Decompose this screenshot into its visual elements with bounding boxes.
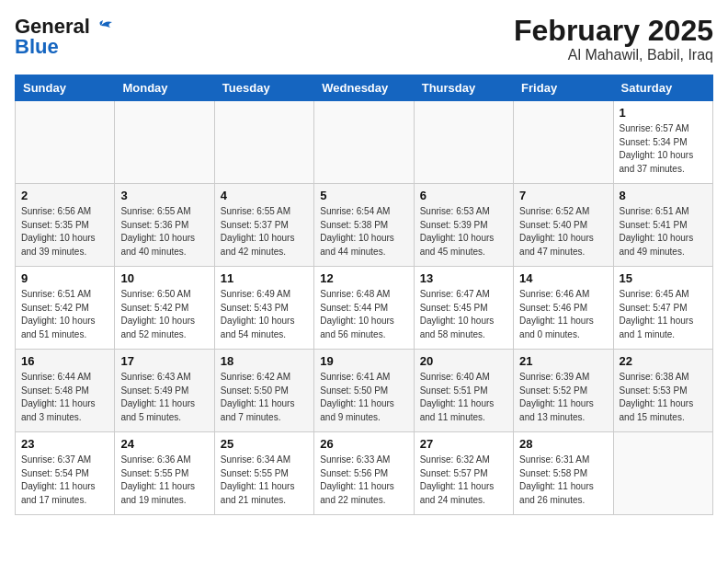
calendar-cell	[16, 101, 115, 184]
day-info: Sunrise: 6:46 AM Sunset: 5:46 PM Dayligh…	[519, 288, 607, 341]
calendar-cell: 12Sunrise: 6:48 AM Sunset: 5:44 PM Dayli…	[314, 267, 414, 350]
day-info: Sunrise: 6:44 AM Sunset: 5:48 PM Dayligh…	[21, 371, 108, 424]
calendar-header-row: SundayMondayTuesdayWednesdayThursdayFrid…	[16, 75, 713, 101]
day-number: 4	[221, 189, 308, 202]
day-info: Sunrise: 6:50 AM Sunset: 5:42 PM Dayligh…	[120, 288, 208, 341]
calendar-cell	[115, 101, 214, 184]
calendar-cell: 21Sunrise: 6:39 AM Sunset: 5:52 PM Dayli…	[514, 350, 613, 432]
calendar-cell	[214, 101, 313, 184]
day-number: 12	[320, 271, 407, 285]
calendar-week-row: 2Sunrise: 6:56 AM Sunset: 5:35 PM Daylig…	[16, 184, 713, 267]
day-info: Sunrise: 6:51 AM Sunset: 5:41 PM Dayligh…	[620, 205, 707, 259]
calendar-week-row: 9Sunrise: 6:51 AM Sunset: 5:42 PM Daylig…	[16, 267, 713, 350]
day-number: 20	[420, 354, 507, 368]
day-number: 27	[420, 437, 507, 451]
day-number: 2	[21, 189, 108, 202]
day-number: 23	[21, 437, 108, 451]
calendar-cell: 6Sunrise: 6:53 AM Sunset: 5:39 PM Daylig…	[414, 184, 513, 267]
calendar-cell: 14Sunrise: 6:46 AM Sunset: 5:46 PM Dayli…	[514, 267, 613, 350]
day-number: 3	[120, 189, 208, 202]
calendar-cell: 1Sunrise: 6:57 AM Sunset: 5:34 PM Daylig…	[613, 101, 712, 184]
day-info: Sunrise: 6:32 AM Sunset: 5:57 PM Dayligh…	[420, 454, 507, 507]
calendar-cell: 9Sunrise: 6:51 AM Sunset: 5:42 PM Daylig…	[16, 267, 115, 350]
calendar-cell: 26Sunrise: 6:33 AM Sunset: 5:56 PM Dayli…	[314, 432, 414, 515]
calendar-cell: 7Sunrise: 6:52 AM Sunset: 5:40 PM Daylig…	[514, 184, 613, 267]
calendar-cell: 18Sunrise: 6:42 AM Sunset: 5:50 PM Dayli…	[214, 350, 313, 432]
day-number: 8	[620, 189, 707, 202]
calendar-cell: 2Sunrise: 6:56 AM Sunset: 5:35 PM Daylig…	[16, 184, 115, 267]
day-info: Sunrise: 6:37 AM Sunset: 5:54 PM Dayligh…	[21, 454, 108, 507]
day-info: Sunrise: 6:34 AM Sunset: 5:55 PM Dayligh…	[221, 454, 308, 507]
day-info: Sunrise: 6:33 AM Sunset: 5:56 PM Dayligh…	[320, 454, 407, 507]
day-number: 11	[221, 271, 308, 285]
calendar-cell: 22Sunrise: 6:38 AM Sunset: 5:53 PM Dayli…	[613, 350, 712, 432]
day-number: 14	[519, 271, 607, 285]
day-number: 7	[519, 189, 607, 202]
day-number: 1	[620, 106, 707, 120]
calendar-week-row: 23Sunrise: 6:37 AM Sunset: 5:54 PM Dayli…	[16, 432, 713, 515]
calendar-cell	[613, 432, 712, 515]
day-number: 6	[420, 189, 507, 202]
calendar-cell	[414, 101, 513, 184]
weekday-header-sunday: Sunday	[16, 75, 115, 101]
day-info: Sunrise: 6:57 AM Sunset: 5:34 PM Dayligh…	[620, 122, 707, 176]
calendar-cell: 5Sunrise: 6:54 AM Sunset: 5:38 PM Daylig…	[314, 184, 414, 267]
calendar-cell: 17Sunrise: 6:43 AM Sunset: 5:49 PM Dayli…	[115, 350, 214, 432]
logo: General Blue	[15, 15, 114, 59]
day-info: Sunrise: 6:41 AM Sunset: 5:50 PM Dayligh…	[320, 371, 407, 424]
day-number: 9	[21, 271, 108, 285]
calendar-cell: 11Sunrise: 6:49 AM Sunset: 5:43 PM Dayli…	[214, 267, 313, 350]
calendar-week-row: 1Sunrise: 6:57 AM Sunset: 5:34 PM Daylig…	[16, 101, 713, 184]
day-info: Sunrise: 6:55 AM Sunset: 5:36 PM Dayligh…	[120, 205, 208, 259]
calendar-cell: 23Sunrise: 6:37 AM Sunset: 5:54 PM Dayli…	[16, 432, 115, 515]
day-info: Sunrise: 6:40 AM Sunset: 5:51 PM Dayligh…	[420, 371, 507, 424]
page-header: General Blue February 2025 Al Mahawil, B…	[15, 15, 713, 63]
title-block: February 2025 Al Mahawil, Babil, Iraq	[514, 15, 713, 63]
calendar-cell: 8Sunrise: 6:51 AM Sunset: 5:41 PM Daylig…	[613, 184, 712, 267]
day-number: 26	[320, 437, 407, 451]
day-info: Sunrise: 6:53 AM Sunset: 5:39 PM Dayligh…	[420, 205, 507, 259]
day-info: Sunrise: 6:54 AM Sunset: 5:38 PM Dayligh…	[320, 205, 407, 259]
day-info: Sunrise: 6:43 AM Sunset: 5:49 PM Dayligh…	[120, 371, 208, 424]
calendar-cell: 13Sunrise: 6:47 AM Sunset: 5:45 PM Dayli…	[414, 267, 513, 350]
day-number: 28	[519, 437, 607, 451]
weekday-header-wednesday: Wednesday	[314, 75, 414, 101]
day-info: Sunrise: 6:51 AM Sunset: 5:42 PM Dayligh…	[21, 288, 108, 341]
weekday-header-thursday: Thursday	[414, 75, 513, 101]
day-number: 15	[620, 271, 707, 285]
day-info: Sunrise: 6:56 AM Sunset: 5:35 PM Dayligh…	[21, 205, 108, 259]
calendar-cell	[514, 101, 613, 184]
calendar-cell: 27Sunrise: 6:32 AM Sunset: 5:57 PM Dayli…	[414, 432, 513, 515]
day-info: Sunrise: 6:49 AM Sunset: 5:43 PM Dayligh…	[221, 288, 308, 341]
day-number: 21	[519, 354, 607, 368]
calendar-subtitle: Al Mahawil, Babil, Iraq	[514, 47, 713, 63]
weekday-header-friday: Friday	[514, 75, 613, 101]
weekday-header-monday: Monday	[115, 75, 214, 101]
day-number: 10	[120, 271, 208, 285]
day-number: 5	[320, 189, 407, 202]
calendar-cell	[314, 101, 414, 184]
day-info: Sunrise: 6:39 AM Sunset: 5:52 PM Dayligh…	[519, 371, 607, 424]
calendar-cell: 20Sunrise: 6:40 AM Sunset: 5:51 PM Dayli…	[414, 350, 513, 432]
day-number: 16	[21, 354, 108, 368]
day-info: Sunrise: 6:45 AM Sunset: 5:47 PM Dayligh…	[620, 288, 707, 341]
weekday-header-tuesday: Tuesday	[214, 75, 313, 101]
calendar-cell: 10Sunrise: 6:50 AM Sunset: 5:42 PM Dayli…	[115, 267, 214, 350]
calendar-cell: 25Sunrise: 6:34 AM Sunset: 5:55 PM Dayli…	[214, 432, 313, 515]
logo-blue-text: Blue	[15, 35, 59, 59]
day-info: Sunrise: 6:47 AM Sunset: 5:45 PM Dayligh…	[420, 288, 507, 341]
day-info: Sunrise: 6:52 AM Sunset: 5:40 PM Dayligh…	[519, 205, 607, 259]
day-number: 22	[620, 354, 707, 368]
day-number: 25	[221, 437, 308, 451]
day-info: Sunrise: 6:38 AM Sunset: 5:53 PM Dayligh…	[620, 371, 707, 424]
calendar-cell: 3Sunrise: 6:55 AM Sunset: 5:36 PM Daylig…	[115, 184, 214, 267]
day-info: Sunrise: 6:55 AM Sunset: 5:37 PM Dayligh…	[221, 205, 308, 259]
calendar-title: February 2025	[514, 15, 713, 47]
day-info: Sunrise: 6:42 AM Sunset: 5:50 PM Dayligh…	[221, 371, 308, 424]
day-number: 17	[120, 354, 208, 368]
calendar-cell: 28Sunrise: 6:31 AM Sunset: 5:58 PM Dayli…	[514, 432, 613, 515]
day-info: Sunrise: 6:48 AM Sunset: 5:44 PM Dayligh…	[320, 288, 407, 341]
calendar-cell: 24Sunrise: 6:36 AM Sunset: 5:55 PM Dayli…	[115, 432, 214, 515]
calendar-cell: 4Sunrise: 6:55 AM Sunset: 5:37 PM Daylig…	[214, 184, 313, 267]
calendar-cell: 19Sunrise: 6:41 AM Sunset: 5:50 PM Dayli…	[314, 350, 414, 432]
